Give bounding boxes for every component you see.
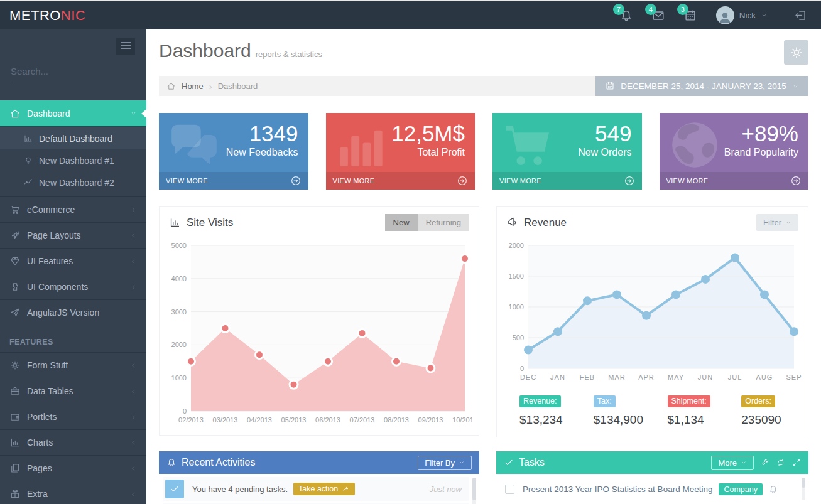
date-range-picker[interactable]: DECEMBER 25, 2014 - JANUARY 23, 2015	[595, 76, 808, 96]
bulb-icon	[23, 156, 33, 166]
gift-icon	[9, 488, 21, 500]
breadcrumb-current: Dashboard	[218, 82, 258, 91]
sidebar-item-form-stuff[interactable]: Form Stuff	[0, 352, 146, 378]
home-icon	[166, 82, 176, 91]
chevron-down-icon	[792, 83, 799, 90]
wrench-icon[interactable]	[761, 458, 769, 467]
stat-value: +89%	[660, 122, 799, 146]
panel-title-text: Site Visits	[187, 217, 233, 229]
sidebar-item-charts[interactable]: Charts	[0, 429, 146, 455]
chevron-left-icon	[130, 206, 137, 213]
view-more-link[interactable]: VIEW MORE	[660, 172, 809, 190]
task-checkbox[interactable]	[505, 485, 514, 494]
view-more-link[interactable]: VIEW MORE	[492, 172, 642, 190]
svg-text:AUG: AUG	[756, 373, 773, 381]
svg-text:2000: 2000	[509, 242, 524, 249]
user-name: Nick	[739, 11, 756, 20]
sidebar-item-angularjs-version[interactable]: AngularJS Version	[0, 299, 146, 325]
stat-card-new-orders: 549New OrdersVIEW MORE	[492, 113, 642, 190]
svg-text:MAR: MAR	[608, 373, 625, 381]
sidebar-item-portlets[interactable]: Portlets	[0, 404, 146, 429]
activity-row: You have 4 pending tasks.Take actionJust…	[163, 477, 469, 501]
logo-accent: NIC	[61, 8, 85, 23]
more-button[interactable]: More	[711, 456, 754, 470]
chevron-left-icon	[130, 414, 137, 421]
sidebar-item-extra[interactable]: Extra	[0, 481, 146, 504]
stat-value: $134,900	[594, 413, 653, 427]
sidebar-item-default-dashboard[interactable]: Default Dashboard	[0, 127, 146, 149]
sidebar-item-label: eCommerce	[27, 205, 75, 215]
sidebar-item-page-layouts[interactable]: Page Layouts	[0, 222, 146, 248]
diamond-icon	[9, 255, 21, 267]
logout-button[interactable]	[794, 9, 807, 22]
content: Dashboardreports & statistics Home › Das…	[146, 29, 821, 504]
revenue-svg: 0500100015002000DECJANFEBMARAPRMAYJUNJUL…	[503, 239, 802, 385]
stat-badge: Orders:	[741, 395, 775, 407]
sidebar-item-ecommerce[interactable]: eCommerce	[0, 196, 146, 222]
search-input[interactable]	[11, 66, 136, 77]
stat-label: Total Profit	[326, 147, 465, 158]
view-more-label: VIEW MORE	[499, 177, 541, 185]
stat-card-new-feedbacks: 1349New FeedbacksVIEW MORE	[159, 113, 308, 190]
revenue-filter-button[interactable]: Filter	[756, 214, 798, 231]
site-visits-title: Site Visits	[169, 217, 233, 229]
notifications-button[interactable]: 7	[619, 9, 633, 23]
svg-text:08/2013: 08/2013	[384, 416, 409, 424]
task-row: Present 2013 Year IPO Statistics at Boar…	[496, 474, 808, 501]
chevron-left-icon	[130, 232, 137, 239]
sidebar-item-label: UI Components	[27, 282, 88, 292]
page-settings-button[interactable]	[784, 40, 808, 65]
gear-icon	[9, 360, 21, 371]
filter-by-button[interactable]: Filter By	[418, 456, 472, 470]
logo-primary: METRO	[9, 8, 61, 23]
logo[interactable]: METRONIC	[9, 8, 85, 24]
toggle-new-button[interactable]: New	[385, 214, 418, 231]
sidebar-item-label: Dashboard	[27, 109, 70, 119]
user-menu[interactable]: Nick	[716, 6, 768, 24]
take-action-button[interactable]: Take action	[293, 483, 355, 495]
breadcrumb-home-link[interactable]: Home	[182, 82, 204, 91]
sidebar-item-pages[interactable]: Pages	[0, 455, 146, 481]
todos-button[interactable]: 3	[683, 9, 697, 23]
toggle-returning-button[interactable]: Returning	[418, 214, 469, 231]
sidebar-item-data-tables[interactable]: Data Tables	[0, 378, 146, 404]
svg-text:JUN: JUN	[698, 373, 713, 381]
messages-button[interactable]: 4	[651, 9, 665, 23]
tasks-scrollbar[interactable]	[802, 478, 805, 500]
svg-text:02/2013: 02/2013	[178, 416, 204, 424]
svg-text:JAN: JAN	[550, 373, 565, 381]
refresh-icon[interactable]	[776, 458, 785, 467]
stat-badge: Revenue:	[519, 395, 561, 407]
avatar[interactable]	[716, 6, 734, 24]
sidebar-toggler[interactable]	[116, 38, 135, 55]
svg-text:04/2013: 04/2013	[247, 416, 272, 424]
notification-count-badge: 7	[613, 4, 624, 15]
sidebar-item-label: Page Layouts	[27, 230, 81, 240]
date-range-label: DECEMBER 25, 2014 - JANUARY 23, 2015	[621, 82, 786, 91]
sidebar-item-ui-components[interactable]: UI Components	[0, 274, 146, 299]
sidebar-item-new-dashboard-2[interactable]: New Dashboard #2	[0, 171, 146, 193]
activity-time: Just now	[430, 485, 462, 494]
bar-chart-icon	[169, 217, 181, 228]
chevron-left-icon	[130, 284, 137, 291]
take-action-label: Take action	[298, 485, 338, 493]
trend-icon	[23, 178, 33, 188]
sidebar-item-new-dashboard-1[interactable]: New Dashboard #1	[0, 149, 146, 171]
svg-text:3000: 3000	[171, 308, 187, 316]
expand-icon[interactable]	[792, 458, 801, 467]
sidebar-item-dashboard[interactable]: Dashboard	[0, 100, 146, 126]
view-more-label: VIEW MORE	[166, 177, 208, 185]
recent-activities-title: Recent Activities	[166, 457, 255, 468]
sidebar-item-ui-features[interactable]: UI Features	[0, 248, 146, 274]
message-count-badge: 4	[645, 4, 656, 15]
svg-text:05/2013: 05/2013	[281, 416, 307, 424]
sidebar-item-label: Default Dashboard	[39, 134, 112, 144]
bell-icon[interactable]	[768, 485, 778, 495]
view-more-link[interactable]: VIEW MORE	[326, 172, 476, 190]
svg-text:09/2013: 09/2013	[418, 416, 443, 424]
sidebar: DashboardDefault DashboardNew Dashboard …	[0, 29, 146, 504]
activities-scrollbar[interactable]	[472, 478, 476, 504]
view-more-link[interactable]: VIEW MORE	[159, 172, 308, 190]
rocket-icon	[9, 230, 21, 241]
cart-icon	[9, 204, 21, 215]
